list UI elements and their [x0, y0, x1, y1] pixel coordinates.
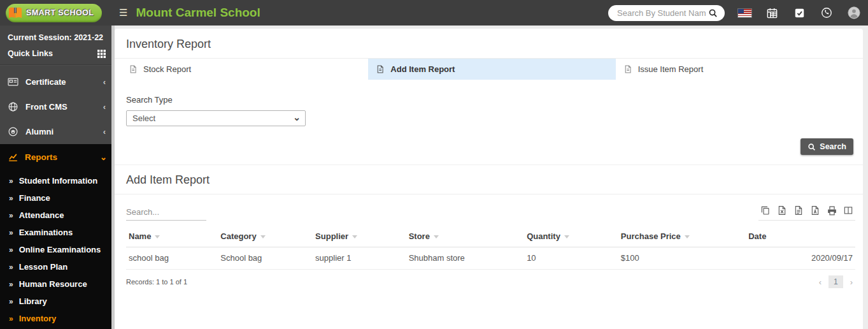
search-type-select[interactable]: Select: [126, 110, 306, 126]
sidebar-item-library[interactable]: » Library: [0, 293, 115, 310]
quick-links[interactable]: Quick Links: [8, 45, 106, 58]
sidebar-item-online-examinations[interactable]: » Online Examinations: [0, 241, 115, 258]
chevron-left-icon: ‹: [103, 78, 106, 86]
double-chevron-icon: »: [9, 177, 13, 186]
tab-label: Add Item Report: [390, 64, 455, 74]
column-header-supplier[interactable]: Supplier: [313, 226, 406, 247]
print-icon[interactable]: [826, 205, 837, 216]
column-header-store[interactable]: Store: [406, 226, 524, 247]
chevron-left-icon: ‹: [103, 128, 106, 136]
double-chevron-icon: »: [9, 263, 13, 272]
sidebar-scrollbar[interactable]: [111, 26, 115, 329]
main-content: Inventory Report Stock Report: [115, 26, 868, 329]
submenu-label: Finance: [19, 193, 50, 203]
top-bar: SMART SCHOOL ☰ Mount Carmel School: [0, 0, 868, 26]
chart-line-icon: [8, 152, 18, 163]
sort-icon: [352, 235, 357, 238]
previous-page-icon[interactable]: ‹: [818, 277, 823, 287]
tasks-check-icon[interactable]: [792, 6, 806, 20]
sidebar-item-alumni[interactable]: Alumni ‹: [0, 119, 115, 144]
column-visibility-icon[interactable]: [843, 205, 854, 216]
logo-area[interactable]: SMART SCHOOL: [0, 4, 115, 22]
sidebar-item-finance[interactable]: » Finance: [0, 189, 115, 207]
copy-icon[interactable]: [760, 205, 771, 216]
sidebar-item-inventory[interactable]: » Inventory: [0, 310, 115, 327]
tab-stock-report[interactable]: Stock Report: [121, 59, 368, 80]
sidebar-item-certificate[interactable]: Certificate ‹: [0, 69, 115, 94]
smart-school-logo: SMART SCHOOL: [6, 4, 102, 22]
excel-export-icon[interactable]: [776, 205, 788, 216]
double-chevron-icon: »: [9, 314, 13, 323]
submenu-label: Student Information: [19, 176, 98, 186]
search-type-select-wrap: Select ⌄: [126, 110, 306, 126]
logo-text: SMART SCHOOL: [26, 8, 94, 17]
report-tabs: Stock Report Add Item Report: [121, 59, 863, 80]
document-icon: [623, 64, 632, 74]
search-type-label: Search Type: [126, 95, 851, 105]
cell-category: School bag: [218, 247, 313, 270]
certificate-icon: [8, 77, 18, 87]
column-header-name[interactable]: Name: [126, 226, 218, 247]
double-chevron-icon: »: [9, 280, 13, 289]
table-search-input[interactable]: [126, 205, 206, 221]
sidebar-item-front-cms[interactable]: Front CMS ‹: [0, 94, 115, 119]
sidebar-item-lesson-plan[interactable]: » Lesson Plan: [0, 258, 115, 275]
student-search-input[interactable]: [617, 8, 708, 18]
submenu-label: Examinations: [19, 228, 73, 237]
current-page-button[interactable]: 1: [829, 275, 843, 288]
sidebar-item-label: Certificate: [25, 77, 66, 87]
sidebar-toggle-hamburger-icon[interactable]: ☰: [119, 7, 127, 18]
tab-add-item-report[interactable]: Add Item Report: [368, 59, 615, 80]
filter-area: Search Type Select ⌄: [115, 80, 863, 126]
chevron-left-icon: ‹: [103, 103, 106, 111]
reports-submenu: » Student Information » Finance » Attend…: [0, 170, 115, 329]
sidebar-menu: Certificate ‹ Front CMS ‹: [0, 65, 115, 144]
document-icon: [376, 64, 385, 74]
double-chevron-icon: »: [9, 211, 13, 220]
sidebar-item-student-information[interactable]: » Student Information: [0, 172, 115, 189]
double-chevron-icon: »: [9, 297, 13, 306]
cell-store: Shubham store: [406, 247, 524, 270]
sidebar-item-label: Alumni: [25, 127, 53, 136]
submenu-label: Lesson Plan: [19, 262, 68, 272]
search-button[interactable]: Search: [800, 138, 853, 155]
column-header-category[interactable]: Category: [218, 226, 313, 247]
sidebar-item-attendance[interactable]: » Attendance: [0, 207, 115, 224]
submenu-label: Online Examinations: [19, 245, 101, 254]
csv-export-icon[interactable]: [793, 205, 804, 216]
cell-supplier: supplier 1: [313, 247, 406, 270]
language-flag-icon[interactable]: [738, 9, 751, 17]
next-page-icon[interactable]: ›: [849, 277, 854, 287]
submenu-label: Human Resource: [19, 279, 87, 289]
search-icon[interactable]: [708, 8, 718, 18]
reports-section: Reports ⌄ » Student Information » Financ…: [0, 144, 115, 329]
reports-label: Reports: [25, 152, 57, 162]
sidebar-item-reports[interactable]: Reports ⌄: [0, 144, 115, 170]
submenu-label: Library: [19, 296, 47, 306]
column-header-date[interactable]: Date: [746, 226, 855, 247]
tab-label: Stock Report: [143, 64, 191, 74]
column-header-quantity[interactable]: Quantity: [524, 226, 618, 247]
add-item-report-table: Name Category Supplier Store: [126, 226, 855, 270]
double-chevron-icon: »: [9, 228, 13, 237]
table-row[interactable]: school bag School bag supplier 1 Shubham…: [126, 247, 855, 270]
table-toolbar: [115, 194, 863, 221]
sidebar-item-human-resource[interactable]: » Human Resource: [0, 275, 115, 293]
pagination: ‹ 1 ›: [818, 275, 854, 288]
user-avatar[interactable]: [847, 6, 861, 20]
tab-label: Issue Item Report: [638, 64, 704, 74]
grid-icon: [97, 50, 106, 58]
cell-purchase-price: $100: [618, 247, 746, 270]
tab-issue-item-report[interactable]: Issue Item Report: [616, 59, 863, 80]
whatsapp-icon[interactable]: [820, 6, 834, 20]
export-buttons: [758, 205, 855, 221]
sidebar-item-examinations[interactable]: » Examinations: [0, 224, 115, 241]
search-button-row: Search: [115, 126, 863, 163]
chevron-down-icon: ⌄: [100, 155, 107, 160]
topbar-actions: [608, 5, 868, 21]
column-header-purchase-price[interactable]: Purchase Price: [618, 226, 746, 247]
student-search-box[interactable]: [608, 5, 725, 21]
pdf-export-icon[interactable]: [809, 205, 821, 216]
calendar-icon[interactable]: [765, 6, 779, 20]
sidebar: Current Session: 2021-22 Quick Links: [0, 26, 115, 329]
